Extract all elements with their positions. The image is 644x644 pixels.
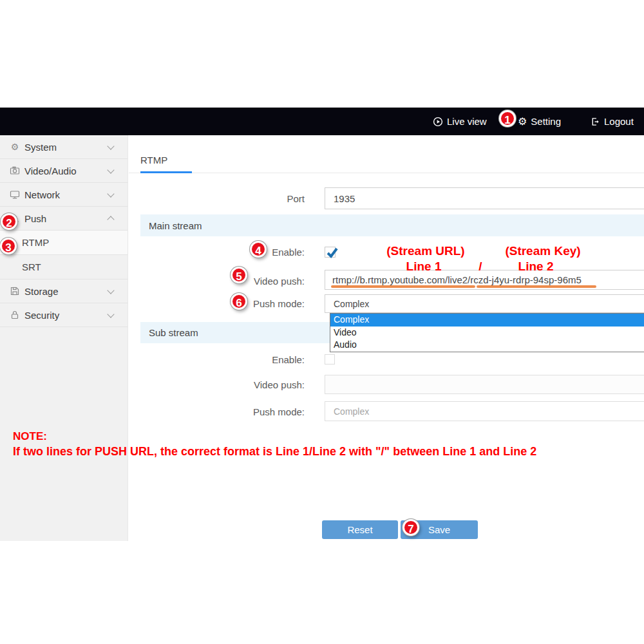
live-view-label: Live view: [447, 116, 487, 127]
note-body: If two lines for PUSH URL, the correct f…: [13, 445, 641, 459]
sidebar-item-push[interactable]: Push: [0, 207, 128, 231]
dropdown-option-complex[interactable]: Complex: [330, 314, 644, 327]
step-circle-7: 7: [402, 519, 419, 536]
sidebar-item-security[interactable]: Security: [0, 303, 128, 327]
chevron-down-icon: [107, 190, 114, 197]
sub-video-push-label: Video push:: [176, 379, 305, 390]
sidebar: ⚙ System Video/Audio Network Push: [0, 135, 128, 541]
chevron-down-icon: [107, 310, 114, 317]
port-input[interactable]: 1935: [325, 187, 644, 209]
stream-url-underline: [331, 285, 475, 288]
step-circle-4: 4: [250, 241, 267, 258]
checkmark-icon: [325, 246, 339, 260]
sidebar-item-network[interactable]: Network: [0, 183, 128, 207]
sidebar-item-label: Push: [24, 213, 46, 224]
chevron-down-icon: [107, 166, 114, 173]
enable-checkbox[interactable]: [325, 247, 336, 258]
stream-key-annotation: (Stream Key): [488, 244, 598, 258]
sidebar-item-storage[interactable]: Storage: [0, 279, 128, 303]
sidebar-item-srt[interactable]: SRT: [0, 255, 128, 279]
slash-annotation: /: [475, 260, 486, 274]
topbar: Live view ⚙ Setting Logout: [0, 108, 644, 135]
sub-video-push-input[interactable]: [325, 375, 644, 394]
main-stream-header: Main stream: [140, 214, 644, 236]
stream-key-underline: [477, 285, 596, 288]
sidebar-item-label: RTMP: [22, 237, 49, 248]
tab-border: [129, 173, 644, 173]
line2-annotation: Line 2: [509, 260, 563, 274]
setting-label: Setting: [531, 116, 561, 127]
gear-icon: ⚙: [10, 142, 20, 152]
gear-icon: ⚙: [518, 117, 527, 127]
reset-button[interactable]: Reset: [322, 520, 398, 539]
camera-icon: [10, 166, 20, 176]
tab-active-underline: [140, 171, 192, 173]
logout-button[interactable]: Logout: [591, 108, 634, 135]
setting-button[interactable]: ⚙ Setting: [518, 108, 561, 135]
page: Live view ⚙ Setting Logout ⚙ System Vide…: [0, 0, 644, 644]
step-circle-2: 2: [1, 213, 17, 230]
logout-icon: [591, 117, 600, 127]
sidebar-item-label: SRT: [22, 261, 41, 272]
sub-push-mode-select[interactable]: Complex: [325, 401, 644, 421]
push-mode-dropdown: Complex Video Audio: [330, 313, 644, 352]
stream-url-annotation: (Stream URL): [371, 244, 480, 258]
sub-enable-label: Enable:: [176, 354, 305, 365]
sub-enable-checkbox[interactable]: [325, 354, 335, 365]
port-label: Port: [176, 193, 305, 204]
monitor-icon: [10, 189, 20, 200]
chevron-up-icon: [107, 216, 114, 223]
sub-push-mode-label: Push mode:: [176, 406, 305, 417]
step-circle-1: 1: [499, 110, 516, 127]
sidebar-item-video-audio[interactable]: Video/Audio: [0, 159, 128, 183]
dropdown-option-video[interactable]: Video: [330, 327, 644, 339]
floppy-icon: [10, 286, 20, 296]
sidebar-item-label: Storage: [24, 286, 59, 297]
step-circle-5: 5: [231, 267, 247, 283]
note-title: NOTE:: [13, 430, 47, 443]
sidebar-item-label: Video/Audio: [24, 166, 77, 176]
sidebar-item-rtmp[interactable]: RTMP: [0, 231, 128, 255]
logout-label: Logout: [604, 116, 634, 127]
tab-rtmp[interactable]: RTMP: [140, 155, 167, 166]
sidebar-item-label: Network: [24, 189, 60, 200]
sidebar-item-label: System: [24, 142, 57, 153]
dropdown-option-audio[interactable]: Audio: [330, 339, 644, 352]
step-circle-6: 6: [231, 293, 247, 310]
enable-label: Enable:: [176, 247, 305, 258]
push-mode-select[interactable]: Complex: [325, 294, 644, 313]
chevron-down-icon: [107, 287, 114, 294]
play-circle-icon: [433, 117, 443, 127]
lock-icon: [10, 310, 20, 320]
live-view-button[interactable]: Live view: [433, 108, 487, 135]
chevron-down-icon: [107, 142, 114, 149]
sidebar-item-label: Security: [24, 310, 59, 321]
line1-annotation: Line 1: [397, 260, 451, 274]
sidebar-item-system[interactable]: ⚙ System: [0, 135, 128, 159]
step-circle-3: 3: [0, 238, 17, 254]
